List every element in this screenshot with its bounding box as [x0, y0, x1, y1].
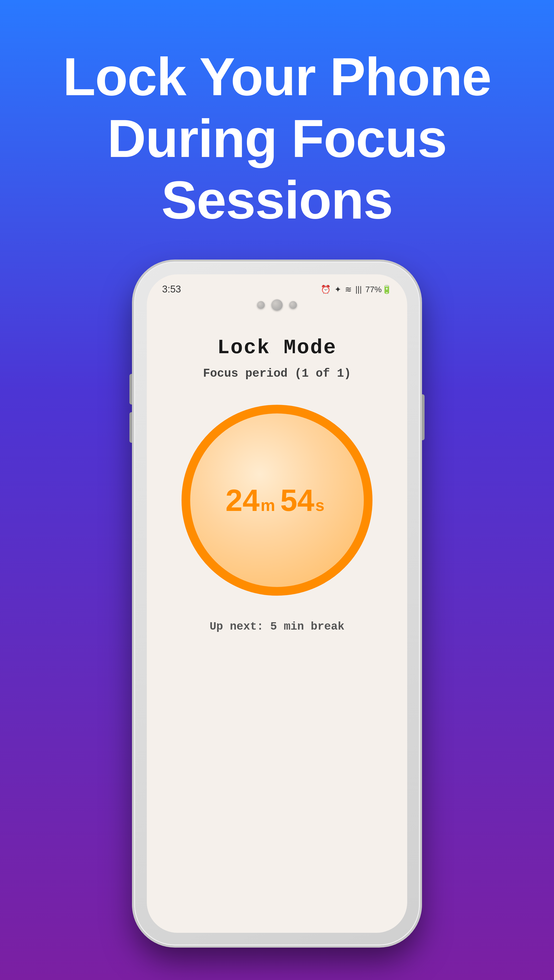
screen-content: Lock Mode Focus period (1 of 1) 24m54s: [147, 316, 407, 648]
focus-period-text: Focus period (1 of 1): [203, 367, 351, 380]
volume-up-button: [129, 374, 134, 404]
battery-icon: 77%🔋: [365, 285, 392, 294]
camera-row: [147, 299, 407, 310]
camera-dot-right: [289, 301, 297, 309]
timer-minutes: 24: [225, 483, 259, 518]
timer-minutes-unit: m: [261, 496, 275, 515]
alarm-icon: ⏰: [321, 285, 331, 294]
headline-line3: Sessions: [161, 170, 393, 230]
timer-seconds: 54: [280, 483, 314, 518]
headline-line2: During Focus: [107, 108, 447, 169]
status-icons: ⏰ ✦ ≋ ||| 77%🔋: [321, 285, 392, 294]
power-button: [420, 394, 425, 440]
timer-display: 24m54s: [225, 483, 328, 518]
camera-dot-center: [271, 299, 283, 310]
headline: Lock Your Phone During Focus Sessions: [37, 46, 516, 231]
up-next-value: 5 min break: [271, 620, 344, 633]
up-next-label: Up next:: [210, 620, 271, 633]
timer-seconds-unit: s: [315, 496, 325, 515]
phone-screen: 3:53 ⏰ ✦ ≋ ||| 77%🔋 Lock Mode: [147, 274, 407, 933]
wifi-icon: ≋: [345, 285, 352, 294]
status-bar: 3:53 ⏰ ✦ ≋ ||| 77%🔋: [147, 274, 407, 298]
volume-down-button: [129, 412, 134, 443]
signal-icon: |||: [355, 285, 362, 294]
phone-shell: 3:53 ⏰ ✦ ≋ ||| 77%🔋 Lock Mode: [134, 262, 420, 945]
up-next-text: Up next: 5 min break: [210, 620, 344, 633]
bluetooth-icon: ✦: [334, 285, 341, 294]
timer-container: 24m54s: [177, 401, 377, 600]
phone-mockup: 3:53 ⏰ ✦ ≋ ||| 77%🔋 Lock Mode: [134, 262, 420, 945]
lock-mode-title: Lock Mode: [217, 336, 337, 360]
timer-inner: 24m54s: [190, 414, 364, 587]
status-time: 3:53: [162, 284, 181, 295]
headline-line1: Lock Your Phone: [63, 47, 491, 107]
headline-text: Lock Your Phone During Focus Sessions: [63, 46, 491, 231]
camera-dot-left: [257, 301, 265, 309]
